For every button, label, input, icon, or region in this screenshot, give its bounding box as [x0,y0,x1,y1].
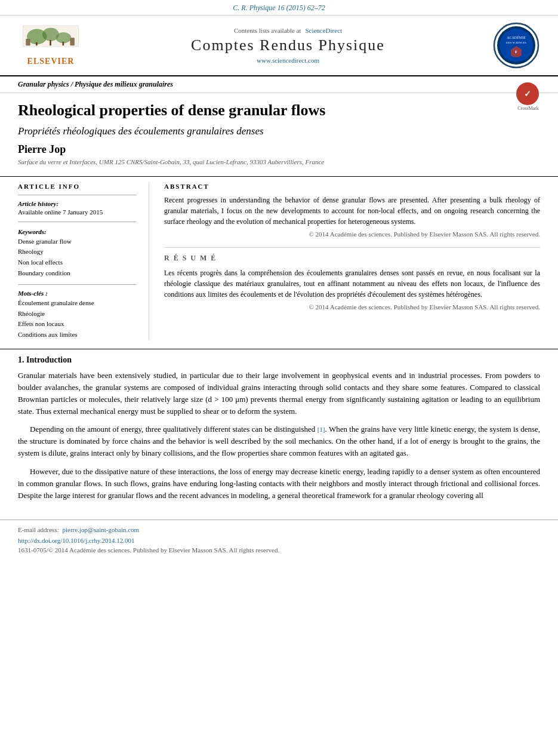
keyword-item: Rheology [18,247,137,257]
author-name: Pierre Jop [18,143,540,156]
resume-text: Les récents progrès dans la compréhensio… [164,268,540,300]
citation-link[interactable]: [1] [317,426,325,433]
svg-text:✓: ✓ [524,90,531,99]
abstract-column: ABSTRACT Recent progresses in understand… [149,183,540,340]
top-citation-bar: C. R. Physique 16 (2015) 62–72 [0,0,558,16]
svg-text:F: F [515,50,517,54]
footer-license: 1631-0705/© 2014 Académie des sciences. … [18,546,540,554]
article-header: Rheological properties of dense granular… [0,93,558,176]
keyword-item: Boundary condition [18,268,137,279]
article-title: Rheological properties of dense granular… [18,100,516,121]
citation-text: C. R. Physique 16 (2015) 62–72 [233,4,325,12]
footer: E-mail address: pierre.jop@saint-gobain.… [0,520,558,554]
resume-copyright: © 2014 Académie des sciences. Published … [164,303,540,311]
journal-title: Comptes Rendus Physique [101,36,474,54]
sciencedirect-link[interactable]: ScienceDirect [305,27,342,34]
author-affiliation: Surface du verre et Interfaces, UMR 125 … [18,158,540,165]
svg-text:ACADÉMIE: ACADÉMIE [507,35,526,39]
svg-rect-5 [50,40,51,45]
crossmark-badge: ✓ CrossMark [516,82,540,106]
divider-2 [18,222,137,222]
intro-paragraph: Granular materials have been extensively… [18,370,540,418]
footer-email: E-mail address: pierre.jop@saint-gobain.… [18,526,540,533]
mots-cles-item: Effets non locaux [18,319,137,330]
resume-header: R É S U M É [164,247,540,263]
contents-available-line: Contents lists available at ScienceDirec… [101,27,474,34]
keyword-item: Dense granular flow [18,236,137,247]
main-body: 1. Introduction Granular materials have … [0,349,558,514]
abstract-header: ABSTRACT [164,183,540,190]
elsevier-logo-svg [18,24,84,55]
journal-header: ELSEVIER Contents lists available at Sci… [0,16,558,76]
divider-1 [18,195,137,195]
mots-cles-item: Conditions aux limites [18,330,137,340]
available-online-value: Available online 7 January 2015 [18,208,137,216]
contents-text: Contents lists available at [234,27,301,34]
doi-link[interactable]: http://dx.doi.org/10.1016/j.crhy.2014.12… [18,537,135,544]
article-info-column: ARTICLE INFO Article history: Available … [18,183,149,340]
svg-text:FRANCE: FRANCE [510,60,522,63]
footer-doi: http://dx.doi.org/10.1016/j.crhy.2014.12… [18,537,540,544]
divider-3 [18,284,137,285]
article-subtitle: Propriétés rhéologiques des écoulements … [18,125,540,137]
keywords-list: Dense granular flowRheologyNon local eff… [18,236,137,278]
abstract-copyright: © 2014 Académie des sciences. Published … [164,231,540,238]
email-label: E-mail address: [18,526,59,533]
elsevier-brand-text: ELSEVIER [27,57,75,66]
svg-rect-4 [36,42,38,46]
journal-url: www.sciencedirect.com [101,57,474,64]
intro-paragraphs: Granular materials have been extensively… [18,370,540,502]
svg-point-3 [56,32,71,44]
mots-cles-item: Écoulement granulaire dense [18,298,137,309]
article-info-header: ARTICLE INFO [18,183,137,190]
article-info-section: ARTICLE INFO Article history: Available … [0,176,558,346]
email-link[interactable]: pierre.jop@saint-gobain.com [62,526,139,533]
academy-logo: ACADÉMIE DES SCIENCES F FRANCE [486,21,546,69]
keywords-label: Keywords: [18,228,137,235]
svg-rect-6 [62,42,64,45]
article-history-label: Article history: [18,200,137,207]
intro-paragraph: However, due to the dissipative nature o… [18,466,540,502]
intro-section-heading: 1. Introduction [18,355,540,365]
abstract-text: Recent progresses in understanding the b… [164,195,540,227]
intro-paragraph: Depending on the amount of energy, three… [18,423,540,459]
svg-rect-7 [26,39,30,45]
mots-cles-label: Mots-clés : [18,290,137,297]
keyword-item: Non local effects [18,257,137,268]
section-label: Granular physics / Physique des milieux … [0,76,558,93]
svg-rect-8 [70,38,74,45]
academy-seal-svg: ACADÉMIE DES SCIENCES F FRANCE [493,22,539,69]
mots-cles-item: Rhéologie [18,309,137,319]
mots-cles-list: Écoulement granulaire denseRhéologieEffe… [18,298,137,340]
journal-info-center: Contents lists available at ScienceDirec… [90,27,486,64]
elsevier-logo: ELSEVIER [12,24,90,66]
svg-text:DES SCIENCES: DES SCIENCES [506,41,527,44]
crossmark-icon: ✓ [516,82,539,105]
journal-url-link[interactable]: www.sciencedirect.com [257,57,319,64]
